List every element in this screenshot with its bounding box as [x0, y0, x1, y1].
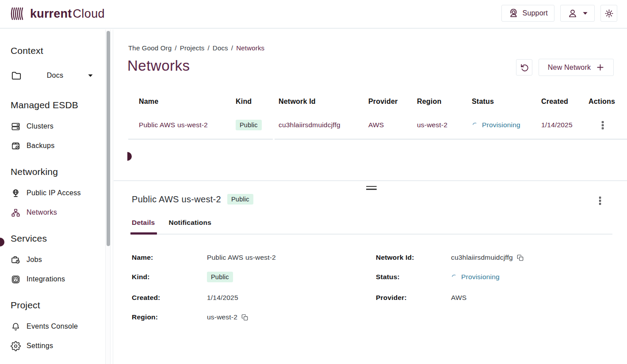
sidebar-item-networks[interactable]: Networks — [11, 206, 113, 219]
sidebar: Context Docs Managed ESDB Clusters — [0, 30, 113, 364]
field-kind-badge: Public — [207, 272, 233, 282]
caret-down-icon — [583, 12, 588, 15]
brand-logo: kurrent Cloud — [11, 6, 105, 22]
sidebar-item-public-ip-access[interactable]: Public IP Access — [11, 186, 113, 200]
clusters-icon — [11, 121, 21, 132]
cell-created: 1/14/2025 — [541, 121, 589, 129]
sidebar-item-integrations[interactable]: Integrations — [11, 273, 113, 286]
sidebar-item-events-console[interactable]: Events Console — [11, 320, 113, 333]
sidebar-heading-context: Context — [11, 44, 113, 57]
sidebar-item-label: Clusters — [27, 122, 54, 130]
support-label: Support — [523, 9, 548, 17]
networks-sitemap-icon — [11, 208, 21, 218]
column-header-status: Status — [472, 98, 541, 106]
refresh-icon — [520, 63, 529, 72]
field-network-id: Network Id: cu3hlaiirsdmuidcjffg — [376, 252, 524, 263]
field-region-value: us-west-2 — [207, 313, 237, 321]
kurrent-waves-icon — [11, 6, 27, 22]
breadcrumb-project-docs[interactable]: Docs — [213, 44, 228, 52]
sidebar-item-label: Networks — [27, 209, 57, 216]
copy-icon — [241, 314, 248, 321]
networks-table-header: Name Kind Network Id Provider Region Sta… — [128, 94, 627, 109]
sidebar-item-label: Integrations — [27, 275, 65, 283]
column-header-kind: Kind — [236, 98, 279, 106]
account-menu-button[interactable] — [560, 5, 595, 22]
field-region-label: Region: — [132, 313, 207, 321]
theme-toggle-button[interactable] — [600, 5, 617, 22]
breadcrumb-org[interactable]: The Good Org — [128, 44, 172, 52]
folder-icon — [11, 70, 22, 81]
breadcrumb-separator: / — [231, 44, 233, 52]
power-outlet-icon — [11, 274, 21, 284]
copy-region-button[interactable] — [241, 314, 248, 321]
column-header-created: Created — [541, 98, 589, 106]
copy-icon — [517, 254, 524, 261]
copy-network-id-button[interactable] — [517, 254, 524, 261]
context-project-selector[interactable]: Docs — [11, 68, 93, 83]
field-status-value: Provisioning — [461, 273, 500, 281]
cell-network-id: cu3hlaiirsdmuidcjffg — [279, 121, 368, 129]
bell-icon — [11, 322, 21, 332]
sidebar-item-settings[interactable]: Settings — [11, 339, 113, 353]
support-button[interactable]: Support — [501, 5, 554, 22]
sidebar-heading-services: Services — [11, 232, 113, 245]
field-provider: Provider: AWS — [376, 292, 466, 303]
sidebar-scrollbar-track[interactable] — [105, 30, 111, 364]
column-header-network-id: Network Id — [279, 98, 368, 106]
sidebar-heading-networking: Networking — [11, 165, 113, 178]
sidebar-item-backups[interactable]: Backups — [11, 139, 113, 152]
breadcrumb-separator: / — [175, 44, 176, 52]
field-created-value: 1/14/2025 — [207, 294, 238, 302]
provisioning-spinner-icon — [451, 274, 458, 281]
column-header-actions: Actions — [589, 98, 627, 106]
new-network-label: New Network — [548, 64, 591, 72]
field-network-id-value: cu3hlaiirsdmuidcjffg — [451, 254, 513, 262]
field-created-label: Created: — [132, 294, 207, 302]
cell-status: Provisioning — [472, 121, 541, 129]
provisioning-spinner-icon — [472, 122, 478, 129]
backups-icon — [11, 141, 21, 151]
field-network-id-label: Network Id: — [376, 254, 451, 262]
cell-name[interactable]: Public AWS us-west-2 — [139, 121, 236, 129]
sidebar-item-label: Events Console — [27, 322, 78, 330]
selected-row-indicator — [127, 152, 132, 161]
table-header-divider-left — [128, 139, 273, 140]
refresh-button[interactable] — [516, 59, 532, 76]
sidebar-scrollbar-thumb[interactable] — [107, 31, 110, 246]
column-header-region: Region — [417, 98, 472, 106]
field-provider-value: AWS — [451, 294, 466, 302]
row-actions-kebab-button[interactable] — [598, 119, 607, 131]
column-header-name: Name — [139, 98, 236, 106]
logo-suffix: Cloud — [73, 7, 105, 21]
gear-icon — [11, 341, 21, 351]
networks-table: Name Kind Network Id Provider Region Sta… — [128, 94, 627, 139]
new-network-button[interactable]: New Network — [539, 59, 614, 76]
context-selector-value: Docs — [47, 72, 64, 80]
sidebar-heading-managed-esdb: Managed ESDB — [11, 99, 113, 112]
sidebar-item-label: Settings — [27, 342, 53, 350]
field-kind-label: Kind: — [132, 273, 207, 281]
breadcrumb-current: Networks — [236, 44, 264, 52]
pane-drag-handle[interactable] — [366, 185, 377, 190]
user-icon — [567, 8, 578, 19]
detail-title: Public AWS us-west-2 — [132, 194, 221, 205]
sidebar-item-jobs[interactable]: Jobs — [11, 253, 113, 266]
sidebar-item-clusters[interactable]: Clusters — [11, 120, 113, 133]
field-kind: Kind: Public — [132, 272, 233, 282]
sidebar-item-label: Public IP Access — [27, 189, 81, 197]
detail-actions-kebab-button[interactable] — [596, 195, 604, 207]
status-text: Provisioning — [482, 121, 520, 129]
sidebar-item-label: Jobs — [27, 256, 42, 264]
breadcrumb: The Good Org / Projects / Docs / Network… — [128, 44, 264, 52]
globe-icon — [11, 188, 21, 198]
field-created: Created: 1/14/2025 — [132, 292, 238, 303]
briefcase-clock-icon — [11, 255, 21, 265]
pane-divider — [114, 180, 627, 181]
tab-details[interactable]: Details — [132, 219, 155, 233]
tab-notifications[interactable]: Notifications — [169, 219, 211, 233]
top-header: kurrent Cloud Support — [0, 0, 627, 29]
field-status-label: Status: — [376, 273, 451, 281]
sun-icon — [604, 8, 614, 19]
table-row[interactable]: Public AWS us-west-2 Public cu3hlaiirsdm… — [128, 111, 627, 139]
breadcrumb-projects[interactable]: Projects — [180, 44, 205, 52]
